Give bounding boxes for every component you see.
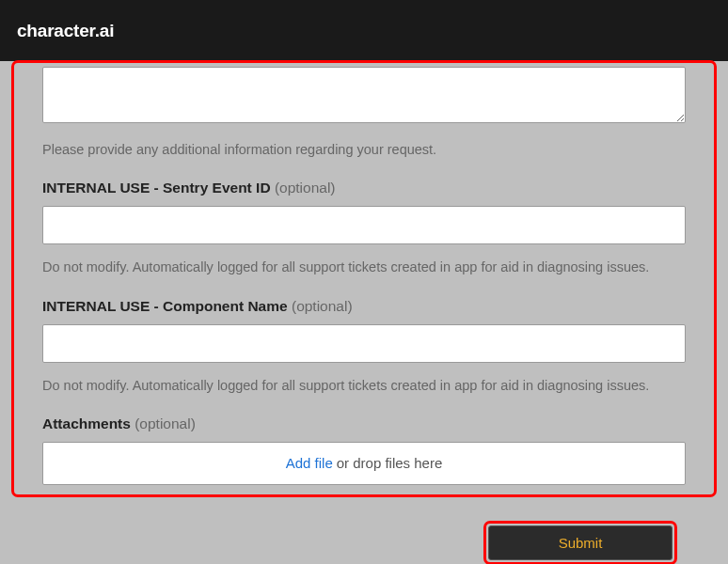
description-help-text: Please provide any additional informatio… — [42, 140, 686, 159]
sentry-label-text: INTERNAL USE - Sentry Event ID — [42, 180, 271, 196]
submit-highlight-box: Submit — [483, 521, 677, 564]
sentry-input[interactable] — [42, 206, 686, 244]
sentry-label: INTERNAL USE - Sentry Event ID (optional… — [42, 180, 686, 196]
component-help-text: Do not modify. Automatically logged for … — [42, 376, 686, 395]
form-content: Please provide any additional informatio… — [0, 60, 728, 564]
component-optional-tag: (optional) — [292, 298, 353, 314]
logo: character.ai — [17, 21, 114, 41]
sentry-field-group: INTERNAL USE - Sentry Event ID (optional… — [42, 180, 686, 276]
component-label: INTERNAL USE - Component Name (optional) — [42, 298, 686, 315]
component-label-text: INTERNAL USE - Component Name — [42, 298, 288, 314]
attachments-optional-tag: (optional) — [135, 415, 196, 431]
add-file-link[interactable]: Add file — [286, 455, 333, 471]
attachments-label-text: Attachments — [42, 415, 131, 431]
attachments-dropzone[interactable]: Add file or drop files here — [42, 442, 686, 485]
form-highlight-box: Please provide any additional informatio… — [11, 60, 717, 497]
drop-files-text: or drop files here — [337, 455, 443, 471]
description-textarea[interactable] — [42, 67, 686, 123]
component-field-group: INTERNAL USE - Component Name (optional)… — [42, 298, 686, 395]
component-input[interactable] — [42, 324, 686, 363]
submit-row: Submit — [11, 497, 717, 564]
description-field-group: Please provide any additional informatio… — [42, 67, 686, 159]
app-header: character.ai — [0, 0, 728, 61]
sentry-optional-tag: (optional) — [275, 180, 336, 196]
attachments-label: Attachments (optional) — [42, 415, 686, 432]
submit-button[interactable]: Submit — [488, 525, 673, 560]
attachments-field-group: Attachments (optional) Add file or drop … — [42, 415, 686, 485]
sentry-help-text: Do not modify. Automatically logged for … — [42, 258, 686, 276]
